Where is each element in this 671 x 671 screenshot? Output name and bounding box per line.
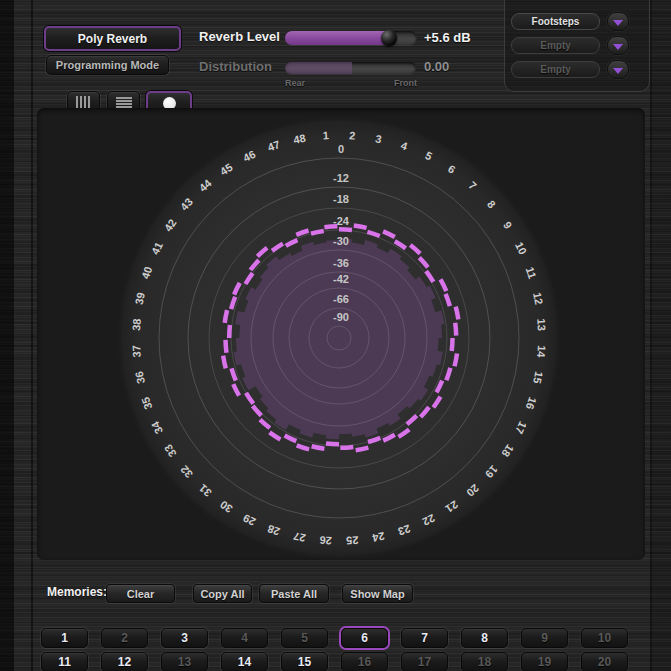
memories-label: Memories: — [47, 585, 107, 599]
channel-number-label: 15 — [531, 370, 545, 384]
right-edge-strip — [652, 0, 671, 671]
channel-number-label: 26 — [319, 534, 332, 547]
db-ring-label: -18 — [333, 193, 349, 205]
sound-slot-row: Footsteps — [505, 13, 649, 31]
channel-number-label: 1 — [322, 129, 329, 141]
sound-slot-dropdown-3[interactable] — [607, 60, 629, 79]
channel-number-label: 25 — [346, 534, 359, 547]
db-ring-label: -36 — [333, 257, 349, 269]
memory-slot-5[interactable]: 5 — [281, 628, 328, 648]
front-label: Front — [377, 78, 417, 88]
memory-slot-9[interactable]: 9 — [521, 628, 568, 648]
channel-number-label: 37 — [130, 345, 143, 358]
db-ring-label: 0 — [338, 143, 344, 155]
channel-number-label: 38 — [130, 318, 143, 331]
reverb-level-label: Reverb Level — [199, 29, 280, 44]
channel-number-label: 36 — [133, 370, 147, 384]
paste-all-button[interactable]: Paste All — [259, 584, 329, 603]
memory-slot-18[interactable]: 18 — [461, 652, 508, 671]
channel-number-label: 14 — [535, 345, 548, 359]
channel-number-label: 12 — [531, 291, 545, 305]
vertical-bars-icon — [76, 96, 91, 108]
distribution-fill — [285, 62, 352, 74]
reverb-level-value: +5.6 dB — [424, 30, 471, 45]
poly-reverb-button[interactable]: Poly Reverb — [44, 26, 181, 51]
copy-all-button[interactable]: Copy All — [193, 584, 252, 603]
chevron-down-icon — [613, 68, 623, 74]
show-map-button[interactable]: Show Map — [342, 584, 413, 603]
sound-slot-dropdown-1[interactable] — [607, 12, 629, 31]
channel-number-label: 27 — [292, 530, 306, 544]
sound-slot-button-2[interactable]: Empty — [511, 37, 600, 54]
clear-button[interactable]: Clear — [106, 584, 175, 603]
programming-mode-button[interactable]: Programming Mode — [46, 55, 169, 75]
memory-slot-13[interactable]: 13 — [161, 652, 208, 671]
memory-slot-20[interactable]: 20 — [581, 652, 628, 671]
chevron-down-icon — [613, 20, 623, 26]
memory-slot-4[interactable]: 4 — [221, 628, 268, 648]
right-seam — [650, 0, 652, 671]
plugin-window: Poly Reverb Programming Mode Reverb Leve… — [0, 0, 671, 671]
channel-number-label: 2 — [349, 129, 356, 141]
memory-slot-11[interactable]: 11 — [41, 652, 88, 671]
left-seam — [31, 0, 33, 671]
db-ring-label: -12 — [333, 172, 349, 184]
channel-number-label: 48 — [292, 132, 306, 146]
db-ring-label: -66 — [333, 293, 349, 305]
db-ring-label: -90 — [333, 311, 349, 323]
memory-slot-19[interactable]: 19 — [521, 652, 568, 671]
distribution-slider[interactable] — [285, 62, 416, 74]
distribution-value: 0.00 — [424, 59, 449, 74]
polar-display-panel[interactable]: 0-12-18-24-30-36-42-66-90123456789101112… — [37, 108, 645, 560]
memory-slot-17[interactable]: 17 — [401, 652, 448, 671]
memory-slot-16[interactable]: 16 — [341, 652, 388, 671]
sound-slot-button-1[interactable]: Footsteps — [511, 13, 600, 30]
db-ring-label: -30 — [333, 235, 349, 247]
rear-label: Rear — [285, 78, 305, 88]
memory-slot-6[interactable]: 6 — [341, 628, 388, 648]
chevron-down-icon — [613, 44, 623, 50]
polar-meter-chart[interactable]: 0-12-18-24-30-36-42-66-90123456789101112… — [37, 108, 645, 560]
memory-slot-3[interactable]: 3 — [161, 628, 208, 648]
reverb-level-fill — [285, 31, 389, 45]
memory-slot-12[interactable]: 12 — [101, 652, 148, 671]
memory-slot-14[interactable]: 14 — [221, 652, 268, 671]
reverb-level-slider[interactable] — [285, 31, 417, 45]
left-edge-strip — [0, 0, 14, 671]
channel-number-label: 13 — [535, 318, 548, 331]
db-ring-label: -42 — [333, 273, 349, 285]
memory-slot-1[interactable]: 1 — [41, 628, 88, 648]
channel-number-label: 39 — [133, 291, 147, 305]
distribution-label: Distribution — [199, 59, 272, 74]
memory-slot-2[interactable]: 2 — [101, 628, 148, 648]
memory-slot-8[interactable]: 8 — [461, 628, 508, 648]
sound-slot-row: Empty — [505, 37, 649, 55]
memory-slot-10[interactable]: 10 — [581, 628, 628, 648]
sound-slot-panel: FootstepsEmptyEmpty — [504, 0, 650, 92]
sound-slot-dropdown-2[interactable] — [607, 36, 629, 55]
reverb-level-knob[interactable] — [381, 30, 397, 46]
sound-slot-row: Empty — [505, 61, 649, 79]
memory-slot-7[interactable]: 7 — [401, 628, 448, 648]
horizontal-lines-icon — [116, 97, 132, 108]
sound-slot-button-3[interactable]: Empty — [511, 61, 600, 78]
memory-slot-15[interactable]: 15 — [281, 652, 328, 671]
